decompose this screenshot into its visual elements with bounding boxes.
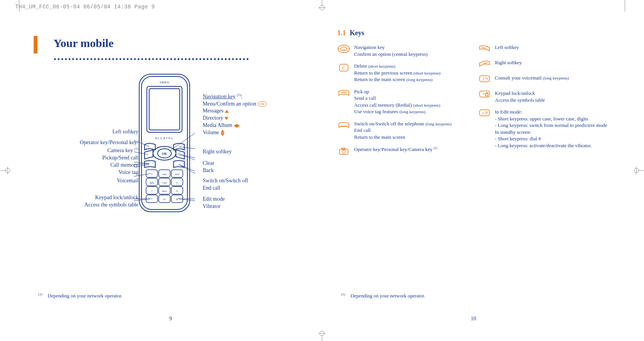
- triangle-up-icon: [225, 110, 229, 113]
- key-voicemail: 1 Consult your voicemail (long keypress): [478, 75, 610, 84]
- left-softkey-icon: [478, 44, 491, 54]
- one-key-icon: 1: [478, 75, 491, 84]
- hash-key-icon: #: [478, 109, 491, 119]
- footnote-right: (1)Depending on your network operator.: [341, 292, 425, 299]
- svg-point-1: [320, 5, 324, 10]
- svg-text:#: #: [482, 111, 484, 115]
- svg-point-10: [634, 168, 639, 173]
- crop-corner-tr: [621, 0, 629, 11]
- key-left-softkey: Left softkey: [478, 44, 610, 54]
- svg-rect-16: [147, 86, 182, 132]
- svg-text:1: 1: [151, 172, 153, 176]
- svg-text:2abc: 2abc: [162, 173, 167, 176]
- svg-text:5 jkl: 5 jkl: [162, 181, 167, 184]
- chapter-title-text: Your mobile: [54, 37, 114, 49]
- svg-text:OK: OK: [342, 48, 346, 50]
- chapter-title: Your mobile ............................…: [54, 37, 307, 63]
- key-right-softkey: Right softkey: [478, 59, 610, 69]
- page-number-left: 9: [169, 316, 172, 322]
- crop-mark-top: [314, 0, 330, 11]
- svg-point-4: [320, 331, 324, 336]
- svg-line-53: [134, 174, 151, 180]
- svg-line-73: [483, 63, 487, 63]
- end-key-icon: [337, 120, 350, 130]
- svg-text:9: 9: [176, 190, 178, 193]
- section-number: 1.1: [337, 29, 346, 37]
- section-title: Keys: [350, 29, 364, 37]
- svg-text:1: 1: [483, 77, 485, 81]
- svg-text:*: *: [151, 198, 153, 201]
- svg-text:3def: 3def: [175, 173, 180, 176]
- page-left: Your mobile ............................…: [19, 14, 322, 330]
- svg-text:#: #: [176, 198, 178, 201]
- key-pickup: Pick up Send a call Access call memory (…: [337, 88, 469, 115]
- chapter-accent-bar: [34, 36, 37, 54]
- svg-rect-69: [340, 149, 348, 154]
- svg-line-72: [482, 47, 486, 48]
- svg-point-70: [342, 150, 345, 153]
- triangle-right-icon: [237, 124, 240, 128]
- key-switch: Switch on/Switch off the telephone (long…: [337, 120, 469, 141]
- navigation-key-icon: OK: [337, 44, 350, 54]
- svg-text:7: 7: [151, 190, 153, 193]
- callout-operator-key: Operator key/Personal key/ Camera key (1…: [54, 139, 138, 154]
- crop-mark-right: [633, 163, 644, 178]
- svg-point-83: [485, 111, 486, 112]
- svg-text:0+: 0+: [163, 198, 166, 201]
- ok-icon: OK: [258, 101, 267, 107]
- footnote-left: (1)Depending on your network operator.: [38, 292, 122, 299]
- svg-rect-74: [480, 76, 490, 82]
- svg-text:*: *: [483, 92, 485, 97]
- svg-text:OK: OK: [162, 152, 167, 156]
- phone-diagram: Left softkey Operator key/Personal key/ …: [34, 71, 307, 224]
- callout-keypad-lock: Keypad lock/unlock Access the symbols ta…: [54, 194, 138, 209]
- callout-left-softkey: Left softkey: [70, 128, 138, 136]
- triangle-down-icon: [224, 117, 228, 120]
- key-delete: C Delete (short keypress) Return to the …: [337, 63, 469, 83]
- key-navigation: OK Navigation key Confirm an option (cen…: [337, 44, 469, 57]
- svg-rect-80: [486, 94, 488, 96]
- phone-illustration: VIDEO ALCATEL OK C: [134, 71, 195, 216]
- svg-point-77: [487, 78, 488, 80]
- chapter-title-dots: ........................................…: [54, 50, 250, 63]
- callout-right-softkey: Right softkey: [203, 148, 232, 156]
- svg-text:6: 6: [176, 181, 178, 184]
- right-softkey-icon: [478, 59, 491, 69]
- callout-voicemail: Voicemail: [62, 177, 138, 185]
- page-number-right: 10: [471, 316, 476, 322]
- key-operator: Operator key/Personal key/Camera key (1): [337, 146, 469, 156]
- svg-text:C: C: [179, 152, 181, 156]
- svg-rect-81: [480, 110, 490, 116]
- key-edit-mode: # In Edit mode: - Short keypress: upper …: [478, 109, 610, 149]
- section-heading: 1.1Keys: [337, 29, 610, 37]
- c-key-icon: C: [337, 63, 350, 73]
- callout-editmode-vibrator: Edit mode Vibrator: [203, 196, 225, 210]
- svg-point-84: [487, 111, 488, 112]
- callout-clear-back: Clear Back: [203, 160, 214, 174]
- page-right: 1.1Keys OK Navigation key Confirm an opt…: [322, 14, 625, 330]
- callout-pickup: Pickup/Send call Call memory Voice tag: [62, 154, 138, 176]
- triangle-left-icon: [234, 124, 237, 128]
- triangle-up-icon: [221, 130, 224, 133]
- callout-switch-endcall: Switch on/Switch off End call: [203, 177, 248, 192]
- svg-text:ALCATEL: ALCATEL: [155, 136, 174, 140]
- crop-mark-bottom: [314, 330, 330, 341]
- svg-rect-71: [342, 148, 345, 149]
- keys-column-2: Left softkey Right softkey 1 Consult you…: [478, 44, 610, 156]
- key-keypad-lock: * Keypad lock/unlock Access the symbols …: [478, 90, 610, 103]
- crop-mark-left: [0, 163, 11, 178]
- callout-navigation-key: Navigation key (1): Menu/Confirm an opti…: [203, 93, 294, 136]
- svg-point-7: [5, 168, 10, 173]
- star-key-icon: *: [478, 90, 491, 100]
- camera-key-icon: [337, 146, 350, 156]
- svg-text:VIDEO: VIDEO: [160, 81, 169, 84]
- keys-column-1: OK Navigation key Confirm an option (cen…: [337, 44, 469, 156]
- triangle-down-icon: [221, 133, 224, 136]
- svg-text:4ghi: 4ghi: [150, 181, 154, 184]
- svg-point-76: [485, 78, 486, 79]
- svg-text:8tuv: 8tuv: [162, 190, 167, 193]
- call-key-icon: [337, 88, 350, 98]
- svg-rect-17: [149, 89, 180, 130]
- svg-text:C: C: [342, 65, 345, 71]
- print-header: TH4_UM_FCC_06-05-04 06/05/04 14:38 Page …: [15, 4, 155, 10]
